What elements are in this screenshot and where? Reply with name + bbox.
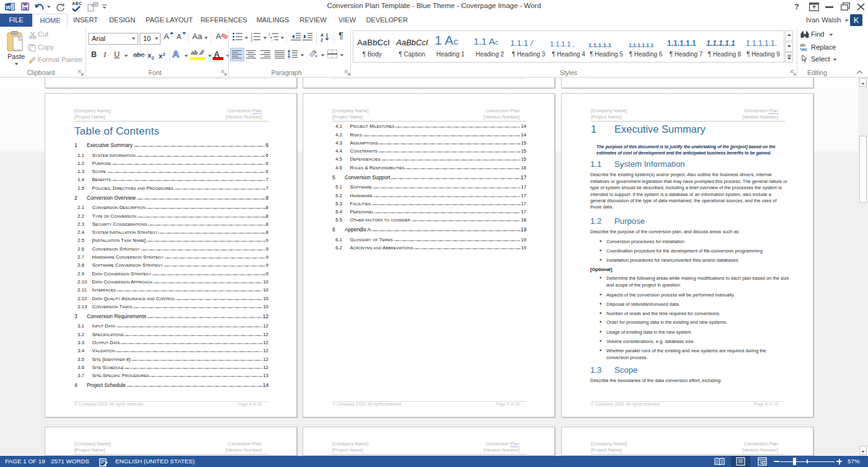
svg-text:3: 3 [250,38,252,42]
svg-text:Z: Z [321,38,324,42]
svg-text:i: i [272,38,272,42]
svg-text:ac: ac [802,47,807,51]
svg-text:A: A [321,33,324,37]
svg-text:W: W [6,4,11,11]
